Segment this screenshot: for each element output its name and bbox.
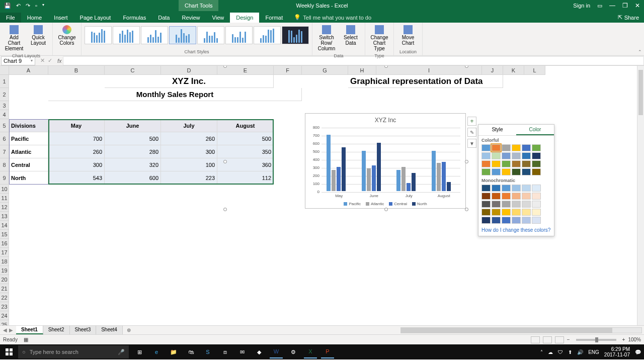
tray-volume-icon[interactable]: 🔊 (577, 349, 583, 355)
row-header[interactable]: 21 (0, 284, 9, 293)
color-swatch[interactable] (492, 193, 501, 200)
powerpoint-icon[interactable]: P (321, 345, 334, 358)
row-header[interactable]: 16 (0, 239, 9, 248)
row-header[interactable]: 7 (0, 145, 9, 158)
color-swatch[interactable] (512, 168, 521, 175)
color-swatch[interactable] (481, 193, 491, 200)
col-header[interactable]: J (482, 66, 503, 75)
maximize-button[interactable]: ❐ (622, 2, 628, 9)
tab-design[interactable]: Design (230, 13, 259, 23)
row-header[interactable]: 10 (0, 185, 9, 194)
start-button[interactable] (0, 344, 18, 359)
col-header[interactable]: L (524, 66, 545, 75)
col-header[interactable]: H (348, 66, 376, 75)
col-header[interactable]: G (302, 66, 348, 75)
qat-dropdown-icon[interactable]: ▾ (42, 3, 44, 9)
move-chart-button[interactable]: Move Chart (397, 24, 419, 47)
chart-object[interactable]: +✎▼XYZ Inc0100200300400500600700800MayJu… (305, 113, 466, 209)
color-swatch[interactable] (481, 201, 491, 208)
row-header[interactable]: 11 (0, 194, 9, 203)
color-swatch[interactable] (522, 193, 531, 200)
undo-icon[interactable]: ↶ (16, 3, 21, 9)
add-sheet-button[interactable]: ⊕ (123, 327, 135, 333)
chart-plot-area[interactable]: 0100200300400500600700800MayJuneJulyAugu… (321, 128, 460, 191)
resize-handle[interactable] (465, 208, 468, 211)
color-swatch[interactable] (512, 217, 521, 224)
col-header[interactable]: B (48, 66, 105, 75)
cell[interactable]: May (48, 119, 105, 132)
col-header[interactable]: A (9, 66, 48, 75)
select-all-corner[interactable] (0, 66, 9, 75)
cell[interactable]: 500 (105, 132, 161, 145)
macro-record-icon[interactable]: ▦ (24, 337, 28, 342)
cell[interactable]: Pacific (9, 132, 48, 145)
sheet-tab[interactable]: Sheet2 (43, 326, 70, 334)
chart-bar[interactable] (432, 151, 436, 191)
color-swatch[interactable] (532, 160, 541, 167)
chart-bar[interactable] (327, 135, 331, 191)
sheet-nav-next-icon[interactable]: ▶ (9, 327, 13, 333)
chart-style-thumb[interactable] (282, 26, 309, 44)
row-header[interactable]: 6 (0, 132, 9, 145)
resize-handle[interactable] (384, 208, 388, 211)
tray-notifications-icon[interactable]: 💬 (635, 349, 641, 355)
zoom-level[interactable]: 100% (628, 337, 641, 342)
task-view-icon[interactable]: ⊞ (133, 345, 146, 358)
tab-format[interactable]: Format (259, 13, 289, 23)
add-chart-element-button[interactable]: Add Chart Element (3, 24, 25, 52)
cell[interactable]: North (9, 171, 48, 185)
sheet-tab[interactable]: Sheet4 (96, 326, 123, 334)
cell[interactable]: 300 (48, 158, 105, 171)
normal-view-button[interactable] (531, 336, 540, 343)
chart-style-thumb[interactable] (197, 26, 224, 44)
enter-formula-icon[interactable]: ✓ (48, 57, 52, 64)
row-headers[interactable]: 1234567891011121314151617181920212223242… (0, 75, 9, 325)
color-swatch[interactable] (502, 152, 511, 159)
change-colors-button[interactable]: Change Colors (56, 24, 78, 47)
cell[interactable]: 500 (217, 132, 274, 145)
page-break-view-button[interactable] (555, 336, 564, 343)
chart-style-thumb[interactable] (85, 26, 112, 44)
fx-icon[interactable]: fx (56, 58, 63, 64)
page-layout-view-button[interactable] (543, 336, 552, 343)
cell[interactable]: 280 (105, 145, 161, 158)
row-header[interactable]: 20 (0, 275, 9, 284)
color-swatch[interactable] (481, 160, 491, 167)
color-swatch[interactable] (502, 209, 511, 216)
minimize-button[interactable]: — (609, 2, 615, 9)
cell[interactable]: Central (9, 158, 48, 171)
switch-row-column-button[interactable]: Switch Row/ Column (315, 24, 338, 52)
color-swatch[interactable] (512, 209, 521, 216)
cell[interactable]: August (217, 119, 274, 132)
color-swatch[interactable] (481, 217, 491, 224)
color-swatch[interactable] (481, 209, 491, 216)
tray-language[interactable]: ENG (588, 349, 599, 355)
row-header[interactable]: 18 (0, 257, 9, 266)
resize-handle[interactable] (223, 160, 227, 163)
sign-in-link[interactable]: Sign in (573, 3, 590, 9)
color-swatch[interactable] (492, 160, 501, 167)
close-button[interactable]: ✕ (635, 2, 640, 9)
color-swatch[interactable] (532, 185, 541, 192)
row-header[interactable]: 12 (0, 203, 9, 212)
color-swatch[interactable] (481, 185, 491, 192)
cell[interactable]: 260 (161, 132, 217, 145)
color-swatch[interactable] (492, 144, 501, 151)
color-swatch[interactable] (532, 201, 541, 208)
chart-bar[interactable] (332, 170, 336, 191)
row-header[interactable]: 25 (0, 320, 9, 325)
taskbar-search[interactable]: ○ Type here to search 🎤 (18, 345, 129, 358)
color-swatch[interactable] (532, 152, 541, 159)
col-header[interactable]: C (105, 66, 161, 75)
app-icon[interactable]: ◆ (253, 345, 266, 358)
mail-icon[interactable]: ✉ (235, 345, 249, 358)
tray-onedrive-icon[interactable]: ☁ (548, 349, 553, 355)
redo-icon[interactable]: ↷ (26, 3, 30, 9)
zoom-out-button[interactable]: − (567, 337, 570, 342)
tell-me-search[interactable]: 💡 Tell me what you want to do (289, 12, 376, 23)
tab-formulas[interactable]: Formulas (117, 13, 152, 23)
chart-filters-button[interactable]: ▼ (467, 139, 476, 148)
row-header[interactable]: 8 (0, 158, 9, 171)
chart-bar[interactable] (401, 167, 406, 191)
color-swatch[interactable] (512, 160, 521, 167)
